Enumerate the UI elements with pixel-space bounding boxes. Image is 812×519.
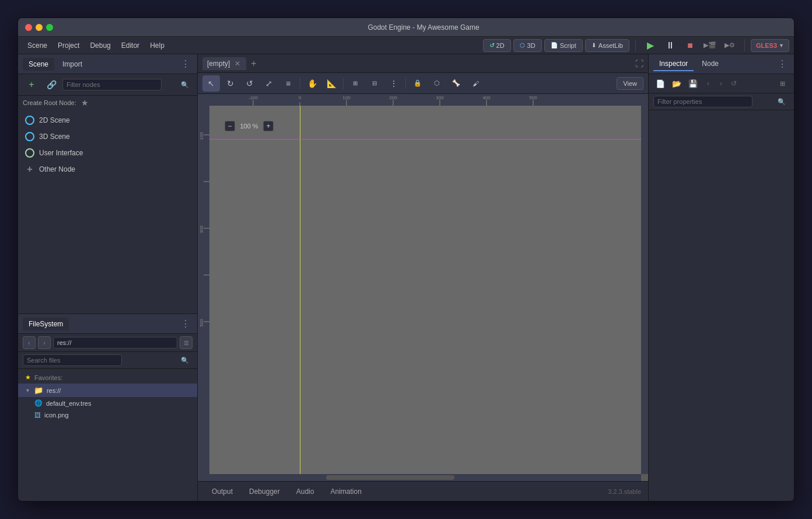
viewport-area[interactable]: -100 0 100 200 300 400 500 xyxy=(198,94,648,481)
fs-icon-file[interactable]: 🖼 icon.png xyxy=(18,409,197,421)
horizontal-scrollbar[interactable] xyxy=(209,474,641,481)
tab-import[interactable]: Import xyxy=(57,58,88,71)
move-tool-button[interactable]: ↻ xyxy=(222,75,239,92)
filesystem-search-input[interactable] xyxy=(23,354,122,366)
close-button[interactable] xyxy=(25,24,32,31)
gles-button[interactable]: GLES3 ▼ xyxy=(751,39,789,52)
favorite-root-button[interactable]: ★ xyxy=(81,98,89,107)
tab-close-button[interactable]: ✕ xyxy=(233,60,242,68)
svg-text:100: 100 xyxy=(199,132,204,140)
fs-res-folder[interactable]: ▼ 📁 res:// xyxy=(18,384,197,397)
assetlib-icon: ⬇ xyxy=(592,42,596,48)
lock-button[interactable]: 🔒 xyxy=(409,75,426,92)
tab-node[interactable]: Node xyxy=(696,57,724,71)
inspector-menu-button[interactable]: ⋮ xyxy=(775,57,789,71)
menu-project[interactable]: Project xyxy=(53,40,84,51)
left-panel: Scene Import ⋮ + 🔗 🔍 Create Root Node: ★ xyxy=(18,54,198,501)
open-scene-button[interactable]: 📂 xyxy=(670,76,684,90)
fs-back-button[interactable]: ‹ xyxy=(23,336,36,349)
rotate-tool-button[interactable]: ↺ xyxy=(241,75,258,92)
scene-toolbar: + 🔗 🔍 xyxy=(18,74,197,96)
filter-nodes-input[interactable] xyxy=(62,79,162,90)
pan-tool-button[interactable]: ✋ xyxy=(303,75,321,92)
vertical-scrollbar[interactable] xyxy=(641,106,648,474)
mode-3d-button[interactable]: ⬡ 3D xyxy=(513,39,542,52)
tab-inspector[interactable]: Inspector xyxy=(653,57,694,71)
smart-snap-button[interactable]: ⊞ xyxy=(346,75,364,92)
script-button[interactable]: 📄 Script xyxy=(544,39,583,52)
inspector-filter-button[interactable]: ⊞ xyxy=(775,76,789,90)
svg-text:300: 300 xyxy=(199,225,204,234)
tab-scene[interactable]: Scene xyxy=(23,58,54,71)
tab-debugger[interactable]: Debugger xyxy=(242,485,287,498)
save-scene-button[interactable]: 💾 xyxy=(686,76,700,90)
node-user-interface[interactable]: User Interface xyxy=(18,145,197,161)
filesystem-panel-menu-button[interactable]: ⋮ xyxy=(178,317,192,330)
ruler-tool-button[interactable]: 📐 xyxy=(323,75,340,92)
node-2d-scene[interactable]: 2D Scene xyxy=(18,112,197,128)
snap-config-button[interactable]: ⊟ xyxy=(366,75,383,92)
inspector-next-button[interactable]: › xyxy=(715,78,727,89)
fullscreen-button[interactable]: ⛶ xyxy=(635,59,643,68)
node-3d-scene[interactable]: 3D Scene xyxy=(18,128,197,145)
menu-editor[interactable]: Editor xyxy=(117,40,144,51)
more-tools-button[interactable]: ⋮ xyxy=(385,75,402,92)
zoom-out-button[interactable]: − xyxy=(225,121,235,131)
link-button[interactable]: 🔗 xyxy=(43,76,60,93)
tab-audio[interactable]: Audio xyxy=(289,485,321,498)
minimize-button[interactable] xyxy=(36,24,43,31)
svg-text:-100: -100 xyxy=(249,95,258,100)
inspector-body xyxy=(649,110,794,501)
svg-text:500: 500 xyxy=(529,95,537,100)
stop-button[interactable]: ■ xyxy=(681,37,699,54)
svg-text:0: 0 xyxy=(299,95,302,100)
tab-output[interactable]: Output xyxy=(205,485,240,498)
viewport-tab[interactable]: [empty] ✕ xyxy=(202,57,246,70)
filter-properties-input[interactable] xyxy=(653,96,752,107)
fs-path-display: res:// xyxy=(53,337,177,349)
menu-help[interactable]: Help xyxy=(145,40,169,51)
inspector-prev-button[interactable]: ‹ xyxy=(702,78,714,89)
main-window: Godot Engine - My Awesome Game Scene Pro… xyxy=(18,18,794,501)
fs-default-env-file[interactable]: 🌐 default_env.tres xyxy=(18,397,197,409)
tab-add-button[interactable]: + xyxy=(249,58,258,69)
paint-button[interactable]: 🖌 xyxy=(467,75,484,92)
filter-nodes-wrapper: 🔍 xyxy=(62,79,192,90)
zoom-in-button[interactable]: + xyxy=(263,121,274,131)
scale-tool-button[interactable]: ⤢ xyxy=(260,75,278,92)
fs-layout-button[interactable]: ☰ xyxy=(180,336,192,349)
list-select-button[interactable]: ≡ xyxy=(279,75,297,92)
node-other[interactable]: + Other Node xyxy=(18,161,197,177)
fs-forward-button[interactable]: › xyxy=(38,336,51,349)
horizontal-scrollbar-thumb[interactable] xyxy=(326,475,454,480)
filesystem-panel-header: FileSystem ⋮ xyxy=(18,314,197,334)
ruler-top-svg: -100 0 100 200 300 400 500 xyxy=(209,94,648,106)
new-scene-button[interactable]: 📄 xyxy=(653,76,667,90)
scene-panel-menu-button[interactable]: ⋮ xyxy=(178,57,192,71)
bone-button[interactable]: 🦴 xyxy=(447,75,465,92)
crosshair-vertical xyxy=(300,106,300,474)
maximize-button[interactable] xyxy=(46,24,53,31)
menu-debug[interactable]: Debug xyxy=(85,40,115,51)
right-panel: Inspector Node ⋮ 📄 📂 💾 ‹ › ↺ ⊞ xyxy=(648,54,794,501)
pause-button[interactable]: ⏸ xyxy=(662,37,679,54)
svg-text:100: 100 xyxy=(342,95,351,100)
assetlib-button[interactable]: ⬇ AssetLib xyxy=(585,39,629,52)
menu-scene[interactable]: Scene xyxy=(23,40,52,51)
add-node-button[interactable]: + xyxy=(23,76,40,93)
tab-filesystem[interactable]: FileSystem xyxy=(23,318,69,330)
canvas-area[interactable]: − 100 % + xyxy=(209,106,641,474)
tab-animation[interactable]: Animation xyxy=(323,485,368,498)
view-menu-button[interactable]: View xyxy=(617,77,643,90)
menubar: Scene Project Debug Editor Help ↺ 2D ⬡ 3… xyxy=(18,37,794,54)
select-tool-button[interactable]: ↖ xyxy=(202,75,220,92)
group-button[interactable]: ⬡ xyxy=(428,75,446,92)
inspector-history-button[interactable]: ↺ xyxy=(728,78,740,89)
play-button[interactable]: ▶ xyxy=(642,37,659,54)
play-scene-button[interactable]: ▶🎬 xyxy=(701,37,719,54)
play-custom-button[interactable]: ▶⚙ xyxy=(721,37,738,54)
titlebar: Godot Engine - My Awesome Game xyxy=(18,18,794,37)
mode-2d-button[interactable]: ↺ 2D xyxy=(483,39,511,52)
ruler-top: -100 0 100 200 300 400 500 xyxy=(209,94,648,106)
ruler-left: 100 300 500 xyxy=(198,106,209,481)
